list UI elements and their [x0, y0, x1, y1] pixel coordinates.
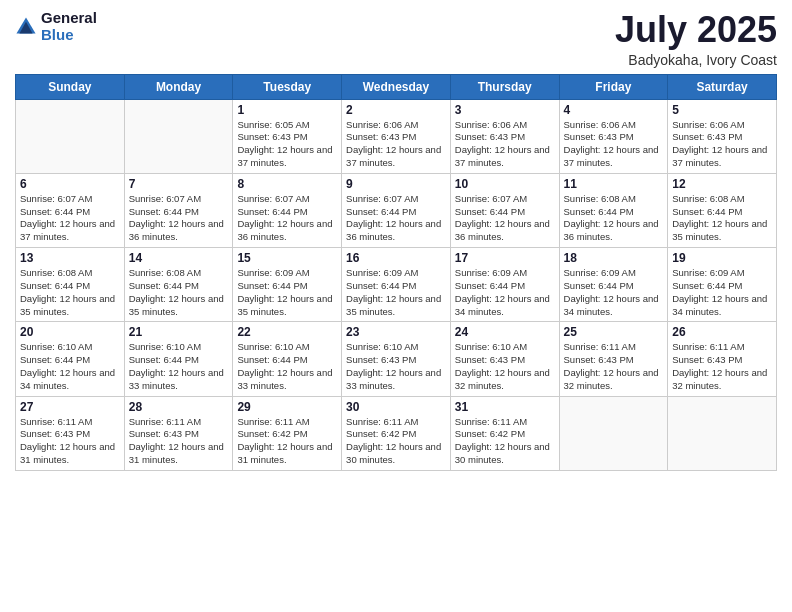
weekday-header-friday: Friday: [559, 74, 668, 99]
calendar-cell: 29Sunrise: 6:11 AMSunset: 6:42 PMDayligh…: [233, 396, 342, 470]
calendar-cell: 1Sunrise: 6:05 AMSunset: 6:43 PMDaylight…: [233, 99, 342, 173]
cell-info: Sunrise: 6:10 AMSunset: 6:44 PMDaylight:…: [20, 341, 120, 392]
calendar-cell: 12Sunrise: 6:08 AMSunset: 6:44 PMDayligh…: [668, 173, 777, 247]
weekday-header-sunday: Sunday: [16, 74, 125, 99]
title-block: July 2025 Badyokaha, Ivory Coast: [615, 10, 777, 68]
cell-info: Sunrise: 6:09 AMSunset: 6:44 PMDaylight:…: [455, 267, 555, 318]
page: General Blue July 2025 Badyokaha, Ivory …: [0, 0, 792, 612]
day-number: 2: [346, 103, 446, 117]
day-number: 27: [20, 400, 120, 414]
calendar-cell: 21Sunrise: 6:10 AMSunset: 6:44 PMDayligh…: [124, 322, 233, 396]
calendar-cell: 16Sunrise: 6:09 AMSunset: 6:44 PMDayligh…: [342, 248, 451, 322]
cell-info: Sunrise: 6:09 AMSunset: 6:44 PMDaylight:…: [237, 267, 337, 318]
calendar-cell: 7Sunrise: 6:07 AMSunset: 6:44 PMDaylight…: [124, 173, 233, 247]
header: General Blue July 2025 Badyokaha, Ivory …: [15, 10, 777, 68]
cell-info: Sunrise: 6:11 AMSunset: 6:43 PMDaylight:…: [564, 341, 664, 392]
cell-info: Sunrise: 6:10 AMSunset: 6:44 PMDaylight:…: [237, 341, 337, 392]
day-number: 12: [672, 177, 772, 191]
day-number: 4: [564, 103, 664, 117]
day-number: 5: [672, 103, 772, 117]
day-number: 26: [672, 325, 772, 339]
cell-info: Sunrise: 6:09 AMSunset: 6:44 PMDaylight:…: [346, 267, 446, 318]
calendar-week-row-3: 20Sunrise: 6:10 AMSunset: 6:44 PMDayligh…: [16, 322, 777, 396]
cell-info: Sunrise: 6:11 AMSunset: 6:42 PMDaylight:…: [346, 416, 446, 467]
cell-info: Sunrise: 6:06 AMSunset: 6:43 PMDaylight:…: [672, 119, 772, 170]
cell-info: Sunrise: 6:06 AMSunset: 6:43 PMDaylight:…: [346, 119, 446, 170]
cell-info: Sunrise: 6:06 AMSunset: 6:43 PMDaylight:…: [564, 119, 664, 170]
cell-info: Sunrise: 6:10 AMSunset: 6:43 PMDaylight:…: [455, 341, 555, 392]
day-number: 20: [20, 325, 120, 339]
logo: General Blue: [15, 10, 97, 43]
calendar-cell: 5Sunrise: 6:06 AMSunset: 6:43 PMDaylight…: [668, 99, 777, 173]
day-number: 14: [129, 251, 229, 265]
logo-blue-text: Blue: [41, 27, 97, 44]
weekday-header-row: SundayMondayTuesdayWednesdayThursdayFrid…: [16, 74, 777, 99]
cell-info: Sunrise: 6:05 AMSunset: 6:43 PMDaylight:…: [237, 119, 337, 170]
day-number: 8: [237, 177, 337, 191]
calendar-cell: 20Sunrise: 6:10 AMSunset: 6:44 PMDayligh…: [16, 322, 125, 396]
day-number: 21: [129, 325, 229, 339]
weekday-header-saturday: Saturday: [668, 74, 777, 99]
weekday-header-wednesday: Wednesday: [342, 74, 451, 99]
day-number: 16: [346, 251, 446, 265]
calendar-cell: 11Sunrise: 6:08 AMSunset: 6:44 PMDayligh…: [559, 173, 668, 247]
weekday-header-monday: Monday: [124, 74, 233, 99]
calendar-cell: 26Sunrise: 6:11 AMSunset: 6:43 PMDayligh…: [668, 322, 777, 396]
cell-info: Sunrise: 6:07 AMSunset: 6:44 PMDaylight:…: [20, 193, 120, 244]
day-number: 19: [672, 251, 772, 265]
calendar-subtitle: Badyokaha, Ivory Coast: [615, 52, 777, 68]
day-number: 13: [20, 251, 120, 265]
calendar-cell: 13Sunrise: 6:08 AMSunset: 6:44 PMDayligh…: [16, 248, 125, 322]
day-number: 30: [346, 400, 446, 414]
day-number: 11: [564, 177, 664, 191]
day-number: 10: [455, 177, 555, 191]
calendar-week-row-4: 27Sunrise: 6:11 AMSunset: 6:43 PMDayligh…: [16, 396, 777, 470]
calendar-title: July 2025: [615, 10, 777, 50]
weekday-header-tuesday: Tuesday: [233, 74, 342, 99]
calendar-cell: 19Sunrise: 6:09 AMSunset: 6:44 PMDayligh…: [668, 248, 777, 322]
cell-info: Sunrise: 6:07 AMSunset: 6:44 PMDaylight:…: [129, 193, 229, 244]
day-number: 28: [129, 400, 229, 414]
calendar-cell: 10Sunrise: 6:07 AMSunset: 6:44 PMDayligh…: [450, 173, 559, 247]
calendar-cell: [559, 396, 668, 470]
calendar-cell: 17Sunrise: 6:09 AMSunset: 6:44 PMDayligh…: [450, 248, 559, 322]
cell-info: Sunrise: 6:10 AMSunset: 6:44 PMDaylight:…: [129, 341, 229, 392]
calendar-cell: 23Sunrise: 6:10 AMSunset: 6:43 PMDayligh…: [342, 322, 451, 396]
day-number: 22: [237, 325, 337, 339]
calendar-week-row-2: 13Sunrise: 6:08 AMSunset: 6:44 PMDayligh…: [16, 248, 777, 322]
calendar-cell: 4Sunrise: 6:06 AMSunset: 6:43 PMDaylight…: [559, 99, 668, 173]
day-number: 6: [20, 177, 120, 191]
calendar-week-row-1: 6Sunrise: 6:07 AMSunset: 6:44 PMDaylight…: [16, 173, 777, 247]
day-number: 3: [455, 103, 555, 117]
cell-info: Sunrise: 6:08 AMSunset: 6:44 PMDaylight:…: [129, 267, 229, 318]
cell-info: Sunrise: 6:07 AMSunset: 6:44 PMDaylight:…: [237, 193, 337, 244]
calendar-cell: 9Sunrise: 6:07 AMSunset: 6:44 PMDaylight…: [342, 173, 451, 247]
calendar-cell: 6Sunrise: 6:07 AMSunset: 6:44 PMDaylight…: [16, 173, 125, 247]
day-number: 24: [455, 325, 555, 339]
cell-info: Sunrise: 6:08 AMSunset: 6:44 PMDaylight:…: [672, 193, 772, 244]
cell-info: Sunrise: 6:11 AMSunset: 6:43 PMDaylight:…: [672, 341, 772, 392]
cell-info: Sunrise: 6:11 AMSunset: 6:42 PMDaylight:…: [237, 416, 337, 467]
day-number: 15: [237, 251, 337, 265]
calendar-cell: 2Sunrise: 6:06 AMSunset: 6:43 PMDaylight…: [342, 99, 451, 173]
calendar-cell: 3Sunrise: 6:06 AMSunset: 6:43 PMDaylight…: [450, 99, 559, 173]
day-number: 7: [129, 177, 229, 191]
calendar-cell: 27Sunrise: 6:11 AMSunset: 6:43 PMDayligh…: [16, 396, 125, 470]
cell-info: Sunrise: 6:10 AMSunset: 6:43 PMDaylight:…: [346, 341, 446, 392]
cell-info: Sunrise: 6:06 AMSunset: 6:43 PMDaylight:…: [455, 119, 555, 170]
cell-info: Sunrise: 6:11 AMSunset: 6:43 PMDaylight:…: [129, 416, 229, 467]
cell-info: Sunrise: 6:07 AMSunset: 6:44 PMDaylight:…: [346, 193, 446, 244]
day-number: 23: [346, 325, 446, 339]
calendar-cell: [668, 396, 777, 470]
calendar-cell: 25Sunrise: 6:11 AMSunset: 6:43 PMDayligh…: [559, 322, 668, 396]
cell-info: Sunrise: 6:11 AMSunset: 6:42 PMDaylight:…: [455, 416, 555, 467]
calendar-cell: 15Sunrise: 6:09 AMSunset: 6:44 PMDayligh…: [233, 248, 342, 322]
cell-info: Sunrise: 6:08 AMSunset: 6:44 PMDaylight:…: [564, 193, 664, 244]
calendar-cell: 22Sunrise: 6:10 AMSunset: 6:44 PMDayligh…: [233, 322, 342, 396]
cell-info: Sunrise: 6:09 AMSunset: 6:44 PMDaylight:…: [672, 267, 772, 318]
cell-info: Sunrise: 6:07 AMSunset: 6:44 PMDaylight:…: [455, 193, 555, 244]
cell-info: Sunrise: 6:09 AMSunset: 6:44 PMDaylight:…: [564, 267, 664, 318]
calendar-table: SundayMondayTuesdayWednesdayThursdayFrid…: [15, 74, 777, 471]
calendar-cell: 24Sunrise: 6:10 AMSunset: 6:43 PMDayligh…: [450, 322, 559, 396]
cell-info: Sunrise: 6:11 AMSunset: 6:43 PMDaylight:…: [20, 416, 120, 467]
